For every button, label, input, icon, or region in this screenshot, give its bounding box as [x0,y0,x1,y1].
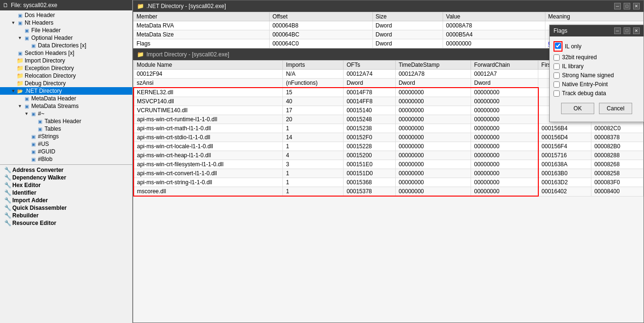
tree-item-nt-headers[interactable]: ▼ ▣ Nt Headers [0,19,132,27]
cell-firstthunk: 000163B0 [538,169,591,178]
sidebar-item-hex-editor[interactable]: 🔧 Hex Editor [0,181,132,189]
item-label: Tables [45,126,61,132]
sidebar-item-quick-disassembler[interactable]: 🔧 Quick Disassembler [0,204,132,212]
folder-icon: 📁 [137,51,144,58]
cell-forward: 00000000 [471,160,538,169]
cell-size: Dword [372,21,443,30]
expand-arrow [24,43,29,48]
cell-forward: 00000000 [471,88,538,97]
sidebar-item-resource-editor[interactable]: 🔧 Resource Editor [0,219,132,227]
cell-imports: N/A [283,70,344,79]
item-label: #US [38,141,49,147]
tree-item-strings[interactable]: ▣ #Strings [0,133,132,140]
tree-item-net-directory[interactable]: ▼ 📂 .NET Directory [0,87,132,95]
cell-forward: 00012A7 [471,70,538,79]
tree-item-tables[interactable]: ▣ Tables [0,125,132,133]
cell-rvasize: 00008288 [591,151,644,160]
close-button[interactable]: ✕ [633,3,640,9]
checkbox-label-il-library: IL library [562,63,584,70]
cell-ofts: 00014FF8 [344,97,396,106]
tree-item-metadata-header[interactable]: ▣ MetaData Header [0,95,132,102]
item-label: Dos Header [25,12,55,18]
tree-item-section-headers[interactable]: ▣ Section Headers [x] [0,49,132,57]
sidebar-item-rebuilder[interactable]: 🔧 Rebuilder [0,212,132,219]
item-label: Identifier [12,189,36,196]
col-member: Member [134,12,270,21]
item-label: #Blob [38,156,53,162]
cell-ofts: 00015248 [344,115,396,124]
checkbox-native-entry[interactable] [553,81,560,88]
cell-timestamp: 00000000 [396,88,471,97]
checkbox-32bit[interactable] [553,54,560,61]
cell-module: api-ms-win-crt-string-l1-1-0.dll [134,178,283,187]
ok-button[interactable]: OK [561,103,594,114]
doc-icon: ▣ [23,27,30,34]
cell-timestamp: 00000000 [396,133,471,142]
cell-ofts: Dword [344,79,396,88]
tree-item-file-header[interactable]: ▣ File Header [0,27,132,34]
tree-item-exception-directory[interactable]: 📁 Exception Directory [0,64,132,72]
table-row: api-ms-win-crt-stdio-l1-1-0.dll 14 00015… [134,133,644,142]
checkbox-strong-name[interactable] [553,72,560,79]
checkbox-label-strong-name: Strong Name signed [562,72,614,79]
tree-item-data-directories[interactable]: ▣ Data Directories [x] [0,42,132,49]
tree-item-dos-header[interactable]: ▣ Dos Header [0,11,132,19]
item-label: File Header [31,27,61,34]
checkbox-track-debug[interactable] [553,90,560,97]
sidebar-item-import-adder[interactable]: 🔧 Import Adder [0,197,132,204]
flags-titlebar: Flags ─ □ ✕ [550,25,644,36]
cell-timestamp: 00000000 [396,142,471,151]
item-label: MetaData Header [31,95,76,102]
cell-value: 0000B5A4 [443,30,545,39]
item-label: Rebuilder [12,212,38,219]
table-row: api-ms-win-crt-heap-l1-1-0.dll 4 0001520… [134,151,644,160]
item-label: MetaData Streams [31,103,79,109]
cell-firstthunk: 000156F4 [538,142,591,151]
tree-item-hash-tilde[interactable]: ▼ ▣ #~ [0,110,132,117]
sidebar-item-dependency-walker[interactable]: 🔧 Dependency Walker [0,174,132,181]
col-size: Size [372,12,443,21]
checkbox-il-only[interactable] [555,43,561,49]
tree-item-metadata-streams[interactable]: ▼ ▣ MetaData Streams [0,102,132,110]
cancel-button[interactable]: Cancel [599,103,632,114]
checkbox-il-library[interactable] [553,63,560,70]
tool-icon: 🔧 [4,174,11,181]
minimize-button[interactable]: ─ [614,3,621,9]
col-ofts: OFTs [344,61,396,70]
flags-body: IL only 32bit required IL library Strong… [550,36,644,122]
tree-item-debug-directory[interactable]: 📁 Debug Directory [0,80,132,87]
flags-close-button[interactable]: ✕ [633,27,640,34]
flags-popup: Flags ─ □ ✕ IL only 32bit required IL l [549,25,644,122]
doc-icon: ▣ [29,42,37,49]
flags-minimize-button[interactable]: ─ [614,27,621,34]
flags-buttons: OK Cancel [553,99,640,117]
sidebar-item-address-converter[interactable]: 🔧 Address Converter [0,166,132,174]
table-row: api-ms-win-crt-locale-l1-1-0.dll 1 00015… [134,142,644,151]
tree-item-optional-header[interactable]: ▼ ▣ Optional Header [0,34,132,42]
cell-ofts: 00015368 [344,178,396,187]
tree-item-blob[interactable]: ▣ #Blob [0,155,132,163]
cell-forward: 00000000 [471,115,538,124]
tree-item-guid[interactable]: ▣ #GUID [0,148,132,155]
tree-item-tables-header[interactable]: ▣ Tables Header [0,117,132,125]
flags-title-text: Flags [553,27,567,34]
flags-maximize-button[interactable]: □ [624,27,630,34]
cell-timestamp: 00000000 [396,124,471,133]
item-label: Exception Directory [25,65,74,72]
maximize-button[interactable]: □ [624,3,630,9]
expand-arrow [10,73,16,79]
expand-arrow [30,118,36,124]
tree-item-us[interactable]: ▣ #US [0,140,132,148]
item-label: .NET Directory [25,88,62,94]
tree-item-relocation-directory[interactable]: 📁 Relocation Directory [0,72,132,80]
cell-ofts: 00012A74 [344,70,396,79]
cell-firstthunk: 000156D4 [538,133,591,142]
cell-rvasize: 00008378 [591,133,644,142]
expand-arrow: ▼ [10,88,16,94]
cell-ofts: 000151D0 [344,169,396,178]
doc-icon: ▣ [36,126,44,132]
tree-item-import-directory[interactable]: 📁 Import Directory [0,57,132,64]
cell-rvasize: 00008400 [591,187,644,197]
cell-imports: 3 [283,160,344,169]
sidebar-item-identifier[interactable]: 🔧 Identifier [0,189,132,197]
